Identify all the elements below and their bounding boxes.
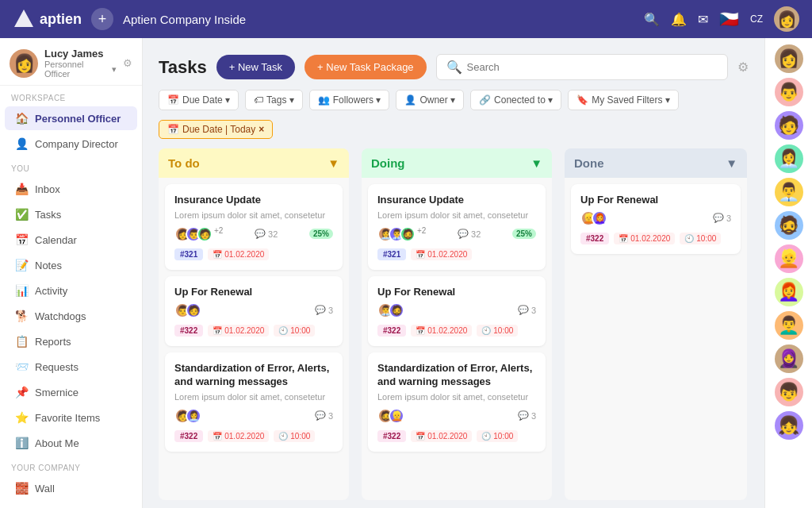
clock-icon: 🕙: [684, 234, 694, 243]
top-navigation: aptien + Aptien Company Inside 🔍 🔔 ✉ 🇨🇿 …: [0, 0, 812, 38]
user-role: Personnel Officer ▾: [44, 60, 117, 79]
kanban-col-todo: To do▼Insurance UpdateLorem ipsum dolor …: [159, 148, 349, 500]
comment-count: 💬3: [315, 305, 333, 315]
right-panel-avatar[interactable]: 🧕: [775, 344, 803, 373]
followers-filter[interactable]: 👥 Followers ▾: [309, 90, 390, 110]
owner-filter[interactable]: 👤 Owner ▾: [396, 90, 464, 110]
card-meta-top: 🧔👱💬3: [377, 408, 536, 424]
right-panel-avatar[interactable]: 👩‍💼: [775, 144, 803, 173]
connected-to-filter[interactable]: 🔗 Conected to ▾: [470, 90, 561, 110]
logo[interactable]: aptien: [13, 8, 82, 30]
task-card[interactable]: Standardization of Error, Alerts, and wa…: [368, 352, 546, 452]
tasks-header: Tasks + New Task + New Task Package 🔍 ⚙: [159, 54, 749, 80]
flag-icon: 🇨🇿: [719, 10, 739, 29]
card-title: Standardization of Error, Alerts, and wa…: [174, 362, 333, 389]
due-date-filter[interactable]: 📅 Due Date ▾: [159, 90, 239, 110]
right-panel-avatar[interactable]: 👨‍🦱: [775, 311, 803, 340]
about-icon: ℹ️: [14, 437, 29, 449]
right-panel-avatar[interactable]: 👨: [775, 78, 803, 106]
comment-count: 💬3: [713, 213, 731, 223]
new-task-package-button[interactable]: + New Task Package: [304, 55, 427, 79]
tags-filter[interactable]: 🏷 Tags ▾: [245, 90, 303, 110]
calendar-icon: 📅: [619, 234, 628, 243]
card-title: Insurance Update: [377, 194, 536, 207]
settings-icon[interactable]: ⚙: [737, 60, 749, 75]
sidebar-item-inbox[interactable]: 📥 Inbox: [5, 177, 137, 201]
sidebar-item-requests[interactable]: 📨 Requests: [5, 355, 137, 379]
activity-icon: 📊: [14, 284, 29, 297]
add-button[interactable]: +: [91, 8, 113, 30]
gear-icon[interactable]: ⚙: [123, 57, 132, 69]
active-filter-badge: 📅 Due Date | Today ×: [159, 120, 273, 139]
clock-icon: 🕙: [481, 432, 491, 441]
sidebar-item-about-me[interactable]: ℹ️ About Me: [5, 431, 137, 455]
avatar-more: +2: [417, 226, 426, 242]
card-footer: #322📅01.02.2020🕙10:00: [580, 233, 731, 244]
time-badge: 🕙10:00: [274, 325, 315, 337]
calendar-icon: 📅: [14, 233, 29, 246]
col-body-doing: Insurance UpdateLorem ipsum dolor sit am…: [362, 178, 552, 500]
task-card[interactable]: Up For Renewal👨‍💼🧔💬3#322📅01.02.2020🕙10:0…: [368, 276, 546, 346]
user-info: Lucy James Personnel Officer ▾: [44, 48, 117, 79]
mail-icon[interactable]: ✉: [698, 12, 708, 27]
filter-icon[interactable]: ▼: [530, 156, 542, 170]
sidebar-item-company-director[interactable]: 👤 Company Director: [5, 132, 137, 156]
col-header-done: Done▼: [565, 148, 747, 178]
sidebar-item-notes[interactable]: 📝 Notes: [5, 253, 137, 277]
card-meta-top: 👩👨🧑+2💬3225%: [174, 226, 333, 242]
nav-icons: 🔍 🔔 ✉ 🇨🇿 CZ 👩: [644, 6, 799, 32]
sidebar-item-smernice[interactable]: 📌 Smernice: [5, 380, 137, 404]
right-panel-avatar[interactable]: 👧: [775, 411, 803, 440]
card-title: Insurance Update: [174, 194, 333, 207]
task-card[interactable]: Insurance UpdateLorem ipsum dolor sit am…: [368, 184, 546, 270]
date-badge: 📅01.02.2020: [411, 430, 472, 442]
tag-badge: #321: [377, 248, 406, 260]
search-icon[interactable]: 🔍: [644, 12, 660, 27]
sidebar-item-reports[interactable]: 📋 Reports: [5, 329, 137, 353]
date-badge: 📅01.02.2020: [411, 325, 472, 337]
new-task-button[interactable]: + New Task: [216, 55, 295, 79]
right-panel-avatar[interactable]: 👱: [775, 244, 803, 273]
task-card[interactable]: Up For Renewal👨🧑💬3#322📅01.02.2020🕙10:00: [165, 276, 343, 346]
mini-avatar: 🧑: [197, 226, 213, 242]
sidebar-item-tasks[interactable]: ✅ Tasks: [5, 202, 137, 226]
sidebar-item-wall[interactable]: 🧱 Wall: [5, 476, 137, 500]
col-body-done: Up For Renewal👱👩‍🦰💬3#322📅01.02.2020🕙10:0…: [565, 178, 747, 500]
right-panel-avatar[interactable]: 🧔: [775, 211, 803, 240]
user-avatar-nav[interactable]: 👩: [774, 6, 799, 32]
filter-icon[interactable]: ▼: [726, 156, 737, 170]
sidebar-item-watchdogs[interactable]: 🐕 Watchdogs: [5, 304, 137, 328]
search-input[interactable]: [467, 61, 718, 73]
task-card[interactable]: Insurance UpdateLorem ipsum dolor sit am…: [165, 184, 343, 270]
sidebar-item-favorite-items[interactable]: ⭐ Favorite Items: [5, 406, 137, 429]
notification-icon[interactable]: 🔔: [671, 12, 687, 27]
right-panel-avatar[interactable]: 👦: [775, 378, 803, 406]
col-header-todo: To do▼: [159, 148, 349, 178]
date-badge: 📅01.02.2020: [411, 248, 472, 260]
right-panel-avatar[interactable]: 👩: [775, 44, 803, 73]
card-title: Up For Renewal: [174, 286, 333, 299]
col-body-todo: Insurance UpdateLorem ipsum dolor sit am…: [159, 178, 349, 500]
col-label: Done: [574, 156, 604, 170]
sidebar-item-personnel-officer[interactable]: 🏠 Personnel Officer: [5, 106, 137, 130]
remove-filter-button[interactable]: ×: [259, 124, 264, 135]
sidebar-item-activity[interactable]: 📊 Activity: [5, 279, 137, 302]
right-panel-avatar[interactable]: 👨‍💼: [775, 178, 803, 206]
sidebar-item-employers[interactable]: 👥 Employers: [5, 502, 137, 508]
col-label: To do: [168, 156, 200, 170]
country-label: CZ: [750, 13, 763, 25]
sidebar-item-calendar[interactable]: 📅 Calendar: [5, 228, 137, 252]
task-card[interactable]: Up For Renewal👱👩‍🦰💬3#322📅01.02.2020🕙10:0…: [571, 184, 741, 254]
card-footer: #322📅01.02.2020🕙10:00: [174, 325, 333, 337]
task-card[interactable]: Standardization of Error, Alerts, and wa…: [165, 352, 343, 452]
saved-filters-button[interactable]: 🔖 My Saved Filters ▾: [568, 90, 679, 110]
right-panel-avatar[interactable]: 🧑: [775, 111, 803, 140]
calendar-icon: 📅: [213, 250, 222, 259]
kanban-board: To do▼Insurance UpdateLorem ipsum dolor …: [159, 148, 749, 508]
comment-icon: 💬: [518, 305, 529, 315]
card-desc: Lorem ipsum dolor sit amet, consetetur: [174, 392, 333, 402]
right-panel-avatar[interactable]: 👩‍🦰: [775, 278, 803, 306]
filter-icon[interactable]: ▼: [327, 156, 339, 170]
calendar-icon: 📅: [213, 432, 222, 441]
time-badge: 🕙10:00: [477, 325, 518, 337]
